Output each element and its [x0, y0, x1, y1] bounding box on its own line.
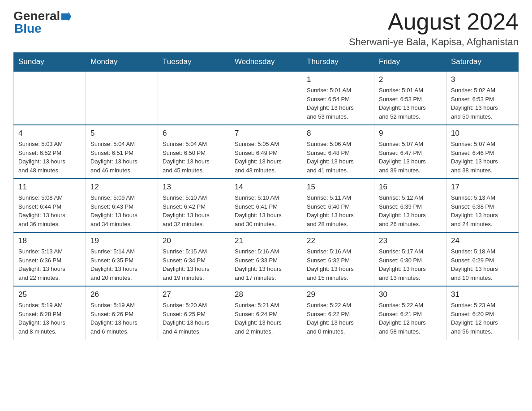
calendar-cell: 8Sunrise: 5:06 AM Sunset: 6:48 PM Daylig…	[302, 125, 374, 179]
calendar-cell	[14, 71, 86, 125]
calendar-cell: 25Sunrise: 5:19 AM Sunset: 6:28 PM Dayli…	[14, 286, 86, 340]
logo: General Blue	[13, 9, 71, 36]
calendar-cell: 27Sunrise: 5:20 AM Sunset: 6:25 PM Dayli…	[158, 286, 230, 340]
day-number: 2	[379, 75, 442, 84]
day-info: Sunrise: 5:03 AM Sunset: 6:52 PM Dayligh…	[18, 140, 81, 175]
calendar-cell: 21Sunrise: 5:16 AM Sunset: 6:33 PM Dayli…	[230, 232, 302, 286]
day-info: Sunrise: 5:04 AM Sunset: 6:50 PM Dayligh…	[163, 140, 225, 175]
day-info: Sunrise: 5:19 AM Sunset: 6:28 PM Dayligh…	[18, 301, 81, 336]
day-info: Sunrise: 5:01 AM Sunset: 6:53 PM Dayligh…	[379, 86, 442, 121]
day-info: Sunrise: 5:22 AM Sunset: 6:22 PM Dayligh…	[307, 301, 369, 336]
calendar-cell: 4Sunrise: 5:03 AM Sunset: 6:52 PM Daylig…	[14, 125, 86, 179]
calendar-cell: 20Sunrise: 5:15 AM Sunset: 6:34 PM Dayli…	[158, 232, 230, 286]
day-info: Sunrise: 5:13 AM Sunset: 6:36 PM Dayligh…	[18, 247, 81, 282]
calendar-header-row: Sunday Monday Tuesday Wednesday Thursday…	[14, 53, 519, 72]
day-info: Sunrise: 5:21 AM Sunset: 6:24 PM Dayligh…	[235, 301, 297, 336]
calendar-cell: 26Sunrise: 5:19 AM Sunset: 6:26 PM Dayli…	[86, 286, 158, 340]
day-info: Sunrise: 5:10 AM Sunset: 6:41 PM Dayligh…	[235, 193, 297, 228]
calendar-table: Sunday Monday Tuesday Wednesday Thursday…	[13, 52, 519, 340]
day-info: Sunrise: 5:10 AM Sunset: 6:42 PM Dayligh…	[163, 193, 225, 228]
day-number: 11	[18, 183, 81, 192]
day-number: 27	[163, 290, 225, 299]
calendar-cell	[230, 71, 302, 125]
day-number: 15	[307, 183, 369, 192]
day-number: 10	[451, 129, 514, 138]
day-number: 24	[451, 236, 514, 245]
day-number: 3	[451, 75, 514, 84]
calendar-cell: 28Sunrise: 5:21 AM Sunset: 6:24 PM Dayli…	[230, 286, 302, 340]
day-info: Sunrise: 5:14 AM Sunset: 6:35 PM Dayligh…	[90, 247, 153, 282]
day-info: Sunrise: 5:22 AM Sunset: 6:21 PM Dayligh…	[379, 301, 442, 336]
day-info: Sunrise: 5:05 AM Sunset: 6:49 PM Dayligh…	[235, 140, 297, 175]
day-info: Sunrise: 5:07 AM Sunset: 6:47 PM Dayligh…	[379, 140, 442, 175]
title-section: August 2024 Sherwani-ye Bala, Kapisa, Af…	[349, 9, 519, 48]
day-number: 21	[235, 236, 297, 245]
day-info: Sunrise: 5:19 AM Sunset: 6:26 PM Dayligh…	[90, 301, 153, 336]
calendar-cell	[86, 71, 158, 125]
col-thursday: Thursday	[302, 53, 374, 72]
col-wednesday: Wednesday	[230, 53, 302, 72]
calendar-cell: 10Sunrise: 5:07 AM Sunset: 6:46 PM Dayli…	[446, 125, 519, 179]
day-number: 28	[235, 290, 297, 299]
day-info: Sunrise: 5:18 AM Sunset: 6:29 PM Dayligh…	[451, 247, 514, 282]
calendar-cell: 18Sunrise: 5:13 AM Sunset: 6:36 PM Dayli…	[14, 232, 86, 286]
day-number: 20	[163, 236, 225, 245]
calendar-cell: 14Sunrise: 5:10 AM Sunset: 6:41 PM Dayli…	[230, 179, 302, 232]
calendar-cell: 31Sunrise: 5:23 AM Sunset: 6:20 PM Dayli…	[446, 286, 519, 340]
day-number: 4	[18, 129, 81, 138]
calendar-cell: 17Sunrise: 5:13 AM Sunset: 6:38 PM Dayli…	[446, 179, 519, 232]
day-number: 29	[307, 290, 369, 299]
calendar-cell: 22Sunrise: 5:16 AM Sunset: 6:32 PM Dayli…	[302, 232, 374, 286]
calendar-cell: 16Sunrise: 5:12 AM Sunset: 6:39 PM Dayli…	[374, 179, 446, 232]
logo-blue-text: Blue	[14, 21, 42, 36]
calendar-cell: 23Sunrise: 5:17 AM Sunset: 6:30 PM Dayli…	[374, 232, 446, 286]
day-info: Sunrise: 5:15 AM Sunset: 6:34 PM Dayligh…	[163, 247, 225, 282]
day-number: 25	[18, 290, 81, 299]
col-monday: Monday	[86, 53, 158, 72]
day-info: Sunrise: 5:16 AM Sunset: 6:32 PM Dayligh…	[307, 247, 369, 282]
calendar-cell: 13Sunrise: 5:10 AM Sunset: 6:42 PM Dayli…	[158, 179, 230, 232]
day-info: Sunrise: 5:20 AM Sunset: 6:25 PM Dayligh…	[163, 301, 225, 336]
calendar-cell: 1Sunrise: 5:01 AM Sunset: 6:54 PM Daylig…	[302, 71, 374, 125]
day-number: 16	[379, 183, 442, 192]
day-info: Sunrise: 5:08 AM Sunset: 6:44 PM Dayligh…	[18, 193, 81, 228]
calendar-cell: 6Sunrise: 5:04 AM Sunset: 6:50 PM Daylig…	[158, 125, 230, 179]
day-info: Sunrise: 5:06 AM Sunset: 6:48 PM Dayligh…	[307, 140, 369, 175]
col-saturday: Saturday	[446, 53, 519, 72]
calendar-week-row-5: 25Sunrise: 5:19 AM Sunset: 6:28 PM Dayli…	[14, 286, 519, 340]
calendar-cell: 9Sunrise: 5:07 AM Sunset: 6:47 PM Daylig…	[374, 125, 446, 179]
calendar-cell: 29Sunrise: 5:22 AM Sunset: 6:22 PM Dayli…	[302, 286, 374, 340]
day-number: 31	[451, 290, 514, 299]
day-info: Sunrise: 5:09 AM Sunset: 6:43 PM Dayligh…	[90, 193, 153, 228]
day-number: 5	[90, 129, 153, 138]
day-info: Sunrise: 5:02 AM Sunset: 6:53 PM Dayligh…	[451, 86, 514, 121]
calendar-cell: 24Sunrise: 5:18 AM Sunset: 6:29 PM Dayli…	[446, 232, 519, 286]
location-subtitle: Sherwani-ye Bala, Kapisa, Afghanistan	[349, 36, 519, 48]
day-number: 12	[90, 183, 153, 192]
day-number: 19	[90, 236, 153, 245]
page-header: General Blue August 2024 Sherwani-ye Bal…	[13, 9, 519, 48]
calendar-cell: 15Sunrise: 5:11 AM Sunset: 6:40 PM Dayli…	[302, 179, 374, 232]
day-number: 13	[163, 183, 225, 192]
day-number: 6	[163, 129, 225, 138]
day-info: Sunrise: 5:23 AM Sunset: 6:20 PM Dayligh…	[451, 301, 514, 336]
calendar-cell: 2Sunrise: 5:01 AM Sunset: 6:53 PM Daylig…	[374, 71, 446, 125]
day-number: 1	[307, 75, 369, 84]
calendar-cell: 3Sunrise: 5:02 AM Sunset: 6:53 PM Daylig…	[446, 71, 519, 125]
calendar-cell	[158, 71, 230, 125]
day-info: Sunrise: 5:07 AM Sunset: 6:46 PM Dayligh…	[451, 140, 514, 175]
day-number: 23	[379, 236, 442, 245]
col-tuesday: Tuesday	[158, 53, 230, 72]
day-number: 7	[235, 129, 297, 138]
day-number: 8	[307, 129, 369, 138]
logo-arrow-icon	[61, 12, 71, 21]
day-number: 18	[18, 236, 81, 245]
day-info: Sunrise: 5:16 AM Sunset: 6:33 PM Dayligh…	[235, 247, 297, 282]
day-number: 9	[379, 129, 442, 138]
calendar-week-row-2: 4Sunrise: 5:03 AM Sunset: 6:52 PM Daylig…	[14, 125, 519, 179]
month-title: August 2024	[349, 9, 519, 34]
day-number: 14	[235, 183, 297, 192]
col-sunday: Sunday	[14, 53, 86, 72]
calendar-cell: 19Sunrise: 5:14 AM Sunset: 6:35 PM Dayli…	[86, 232, 158, 286]
day-info: Sunrise: 5:12 AM Sunset: 6:39 PM Dayligh…	[379, 193, 442, 228]
